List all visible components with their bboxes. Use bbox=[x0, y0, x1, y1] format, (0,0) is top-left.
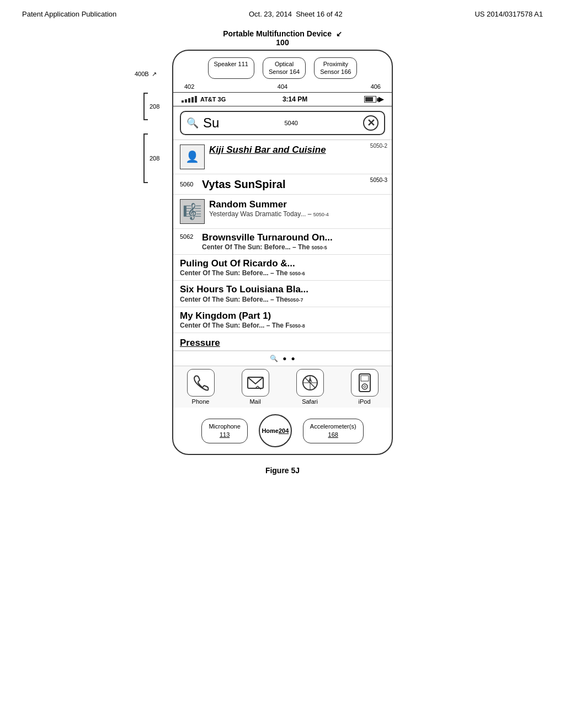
battery-arrow: ▶ bbox=[379, 95, 383, 103]
device-bottom-hw: Microphone113 Home204 Accelerometer(s)16… bbox=[173, 408, 392, 454]
signal-bar-1 bbox=[182, 100, 184, 103]
side-ref-5060: 5060 bbox=[180, 181, 193, 188]
battery-area: ▶ bbox=[364, 95, 383, 103]
bottom-tabs: Phone Mail bbox=[173, 366, 392, 408]
dot-2: ● bbox=[291, 355, 295, 362]
search-ref: 5040 bbox=[284, 120, 297, 126]
list-item[interactable]: Pressure bbox=[173, 333, 392, 351]
side-ref-5062: 5062 bbox=[180, 233, 193, 240]
patent-right: US 2014/0317578 A1 bbox=[475, 10, 543, 18]
annotation-400b: 400B ↗ bbox=[135, 71, 157, 78]
signal-bar-4 bbox=[191, 97, 194, 103]
speaker-label: Speaker 111 bbox=[208, 57, 254, 79]
result-subtitle: Yesterday Was Dramatic Today... – 5050-4 bbox=[209, 210, 385, 218]
carrier-area: AT&T 3G bbox=[182, 96, 226, 103]
microphone-label: Microphone113 bbox=[201, 419, 247, 443]
result-text: Vytas SunSpiral bbox=[180, 178, 385, 191]
tab-safari-label: Safari bbox=[302, 398, 318, 405]
main-content: Portable Multifunction Device ↙ 100 400B… bbox=[0, 24, 565, 475]
sensor-ref-numbers: 402 404 406 bbox=[173, 83, 392, 92]
result-title: My Kingdom (Part 1) bbox=[180, 311, 385, 322]
battery-icon bbox=[364, 96, 376, 103]
result-title: Brownsville Turnaround On... bbox=[202, 232, 385, 243]
patent-left: Patent Application Publication bbox=[22, 10, 116, 18]
tab-safari[interactable]: Safari bbox=[296, 369, 324, 405]
phone-icon bbox=[187, 369, 215, 397]
device-wrapper: 400B ↗ 208 208 Speaker 111 OpticalSensor… bbox=[172, 50, 393, 455]
device-title-area: Portable Multifunction Device ↙ 100 bbox=[223, 29, 342, 47]
proximity-sensor-label: ProximitySensor 166 bbox=[314, 57, 357, 79]
tab-mail[interactable]: Mail bbox=[242, 369, 269, 405]
home-button[interactable]: Home204 bbox=[259, 414, 292, 447]
result-text: Random Summer Yesterday Was Dramatic Tod… bbox=[209, 199, 385, 218]
list-item[interactable]: My Kingdom (Part 1) Center Of The Sun: B… bbox=[173, 307, 392, 333]
ref-406: 406 bbox=[371, 83, 381, 90]
result-title: Six Hours To Louisiana Bla... bbox=[180, 284, 385, 295]
dot-1: ● bbox=[282, 355, 286, 362]
search-bar[interactable]: 🔍 Su 5040 ✕ bbox=[180, 111, 385, 135]
list-item[interactable]: Six Hours To Louisiana Bla... Center Of … bbox=[173, 281, 392, 307]
result-title: Puling Out Of Ricardo &... bbox=[180, 258, 385, 269]
signal-bar-5 bbox=[195, 96, 197, 103]
tab-ipod-label: iPod bbox=[358, 398, 370, 405]
item-ref: 5050-2 bbox=[370, 143, 387, 172]
item-ref: 5050-3 bbox=[370, 177, 387, 192]
result-title: Vytas SunSpiral bbox=[202, 178, 385, 191]
result-subtitle: Center Of The Sun: Befor... – The F5050-… bbox=[180, 322, 385, 329]
signal-bar-3 bbox=[188, 98, 190, 103]
status-bar: AT&T 3G 3:14 PM ▶ bbox=[173, 92, 392, 106]
music-album-icon: 🎼 bbox=[183, 202, 202, 221]
carrier-name: AT&T 3G bbox=[200, 96, 226, 103]
ref-402: 402 bbox=[184, 83, 194, 90]
signal-bars bbox=[182, 96, 197, 103]
search-dots-bar: 🔍 ● ● bbox=[173, 351, 392, 366]
patent-header: Patent Application Publication Oct. 23, … bbox=[0, 0, 565, 24]
result-title: Kiji Sushi Bar and Cuisine bbox=[209, 144, 385, 156]
search-query[interactable]: Su bbox=[203, 115, 219, 131]
figure-label: Figure 5J bbox=[265, 466, 300, 475]
svg-point-11 bbox=[364, 386, 366, 388]
annotation-208-mid: 208 bbox=[143, 133, 159, 183]
device-title-num: 100 bbox=[223, 38, 342, 47]
list-item[interactable]: 5062 Brownsville Turnaround On... Center… bbox=[173, 229, 392, 255]
svg-rect-9 bbox=[361, 376, 369, 381]
ref-404: 404 bbox=[278, 83, 287, 90]
result-subtitle: Center Of The Sun: Before... – The5050-7 bbox=[180, 296, 385, 303]
tab-phone-label: Phone bbox=[192, 398, 210, 405]
safari-icon bbox=[296, 369, 324, 397]
list-item[interactable]: 👤 Kiji Sushi Bar and Cuisine 5050-2 bbox=[173, 140, 392, 174]
accelerometer-label: Accelerometer(s)168 bbox=[303, 419, 364, 443]
result-text: Puling Out Of Ricardo &... Center Of The… bbox=[180, 258, 385, 277]
result-text: My Kingdom (Part 1) Center Of The Sun: B… bbox=[180, 311, 385, 329]
result-title: Random Summer bbox=[209, 199, 385, 210]
signal-bar-2 bbox=[185, 99, 187, 103]
device-title: Portable Multifunction Device ↙ bbox=[223, 29, 342, 38]
result-text: Kiji Sushi Bar and Cuisine bbox=[209, 144, 385, 156]
result-title: Pressure bbox=[180, 338, 385, 349]
person-icon: 👤 bbox=[185, 150, 199, 163]
ipod-icon bbox=[351, 369, 379, 397]
list-item[interactable]: 5060 Vytas SunSpiral 5050-3 bbox=[173, 174, 392, 195]
search-icon-sm: 🔍 bbox=[270, 355, 278, 362]
search-left: 🔍 Su bbox=[186, 115, 219, 131]
sensors-row: Speaker 111 OpticalSensor 164 ProximityS… bbox=[173, 51, 392, 83]
results-area: 👤 Kiji Sushi Bar and Cuisine 5050-2 5060… bbox=[173, 140, 392, 351]
result-subtitle: Center Of The Sun: Before... – The 5050-… bbox=[180, 269, 385, 277]
cancel-button[interactable]: ✕ bbox=[363, 115, 379, 131]
result-thumb-person: 👤 bbox=[180, 144, 205, 169]
result-text: Six Hours To Louisiana Bla... Center Of … bbox=[180, 284, 385, 303]
tab-ipod[interactable]: iPod bbox=[351, 369, 379, 405]
patent-center: Oct. 23, 2014 Sheet 16 of 42 bbox=[249, 10, 343, 18]
device-frame: Speaker 111 OpticalSensor 164 ProximityS… bbox=[172, 50, 393, 455]
list-item[interactable]: Puling Out Of Ricardo &... Center Of The… bbox=[173, 255, 392, 281]
tab-mail-label: Mail bbox=[249, 398, 260, 405]
optical-sensor-label: OpticalSensor 164 bbox=[263, 57, 306, 79]
status-time: 3:14 PM bbox=[282, 95, 307, 103]
mail-icon bbox=[242, 369, 269, 397]
tab-phone[interactable]: Phone bbox=[187, 369, 215, 405]
list-item[interactable]: 🎼 Random Summer Yesterday Was Dramatic T… bbox=[173, 195, 392, 229]
result-thumb-music: 🎼 bbox=[180, 199, 205, 224]
search-icon: 🔍 bbox=[186, 117, 199, 129]
svg-point-10 bbox=[362, 384, 367, 389]
result-subtitle: Center Of The Sun: Before... – The 5050-… bbox=[202, 243, 385, 251]
